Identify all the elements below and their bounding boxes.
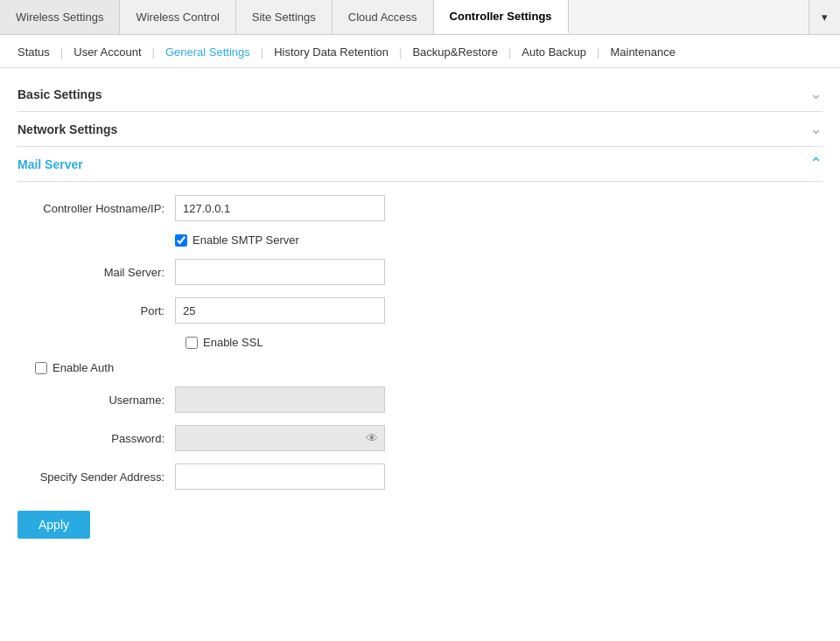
- controller-hostname-row: Controller Hostname/IP:: [18, 195, 822, 221]
- enable-ssl-checkbox[interactable]: [186, 337, 198, 349]
- mail-server-input[interactable]: [175, 259, 385, 285]
- enable-smtp-label[interactable]: Enable SMTP Server: [192, 233, 299, 247]
- mail-server-row: Mail Server:: [18, 259, 822, 285]
- sub-nav-history-data-retention[interactable]: History Data Retention: [265, 44, 397, 60]
- sender-address-label: Specify Sender Address:: [18, 470, 175, 484]
- username-label: Username:: [18, 394, 175, 407]
- network-settings-title: Network Settings: [18, 122, 117, 136]
- apply-button[interactable]: Apply: [18, 511, 90, 539]
- sender-address-row: Specify Sender Address:: [18, 463, 822, 490]
- sub-nav: Status | User Account | General Settings…: [0, 35, 840, 68]
- mail-server-collapse-icon: [809, 156, 822, 172]
- password-input[interactable]: [175, 425, 385, 451]
- mail-server-header[interactable]: Mail Server: [18, 147, 822, 182]
- network-settings-header[interactable]: Network Settings: [18, 112, 822, 147]
- sub-nav-sep-4: |: [397, 45, 403, 59]
- username-input[interactable]: [175, 387, 385, 413]
- mail-server-label: Mail Server:: [18, 266, 175, 279]
- mail-server-form: Controller Hostname/IP: Enable SMTP Serv…: [18, 182, 822, 547]
- enable-auth-checkbox[interactable]: [35, 362, 47, 374]
- sender-address-input[interactable]: [175, 463, 385, 490]
- sub-nav-sep-1: |: [59, 45, 65, 59]
- chevron-down-icon: ▾: [822, 10, 828, 24]
- password-field-wrapper: 👁: [175, 425, 385, 451]
- nav-wireless-settings[interactable]: Wireless Settings: [0, 0, 120, 34]
- enable-ssl-row: Enable SSL: [18, 336, 822, 349]
- sub-nav-sep-6: |: [595, 45, 601, 59]
- nav-wireless-control[interactable]: Wireless Control: [120, 0, 235, 34]
- enable-smtp-row: Enable SMTP Server: [18, 233, 822, 247]
- sub-nav-status[interactable]: Status: [9, 44, 59, 60]
- sub-nav-sep-2: |: [150, 45, 157, 59]
- controller-hostname-input[interactable]: [175, 195, 385, 221]
- nav-dropdown-button[interactable]: ▾: [808, 0, 840, 34]
- enable-ssl-label[interactable]: Enable SSL: [203, 336, 263, 349]
- sub-nav-sep-3: |: [259, 45, 265, 59]
- controller-hostname-label: Controller Hostname/IP:: [18, 202, 175, 215]
- password-row: Password: 👁: [18, 425, 822, 451]
- password-label: Password:: [18, 432, 175, 445]
- enable-smtp-checkbox[interactable]: [175, 234, 187, 247]
- sub-nav-sep-5: |: [507, 45, 513, 59]
- enable-auth-row: Enable Auth: [18, 361, 822, 374]
- sub-nav-user-account[interactable]: User Account: [65, 44, 150, 60]
- nav-cloud-access[interactable]: Cloud Access: [332, 0, 434, 34]
- sub-nav-auto-backup[interactable]: Auto Backup: [513, 44, 595, 60]
- basic-settings-header[interactable]: Basic Settings: [18, 77, 822, 112]
- sub-nav-maintenance[interactable]: Maintenance: [601, 44, 683, 60]
- nav-controller-settings[interactable]: Controller Settings: [434, 0, 569, 34]
- network-settings-collapse-icon: [809, 121, 822, 137]
- port-label: Port:: [18, 304, 175, 317]
- sub-nav-backup-restore[interactable]: Backup&Restore: [403, 44, 507, 60]
- basic-settings-title: Basic Settings: [18, 87, 102, 101]
- username-row: Username:: [18, 387, 822, 413]
- port-input[interactable]: [175, 297, 385, 324]
- top-nav: Wireless Settings Wireless Control Site …: [0, 0, 840, 35]
- password-toggle-icon[interactable]: 👁: [366, 431, 378, 445]
- basic-settings-collapse-icon: [809, 86, 822, 102]
- port-row: Port:: [18, 297, 822, 324]
- main-content: Basic Settings Network Settings Mail Ser…: [0, 68, 840, 565]
- sub-nav-general-settings[interactable]: General Settings: [157, 44, 259, 60]
- mail-server-title: Mail Server: [18, 157, 83, 171]
- nav-site-settings[interactable]: Site Settings: [236, 0, 332, 34]
- enable-auth-label[interactable]: Enable Auth: [52, 361, 114, 374]
